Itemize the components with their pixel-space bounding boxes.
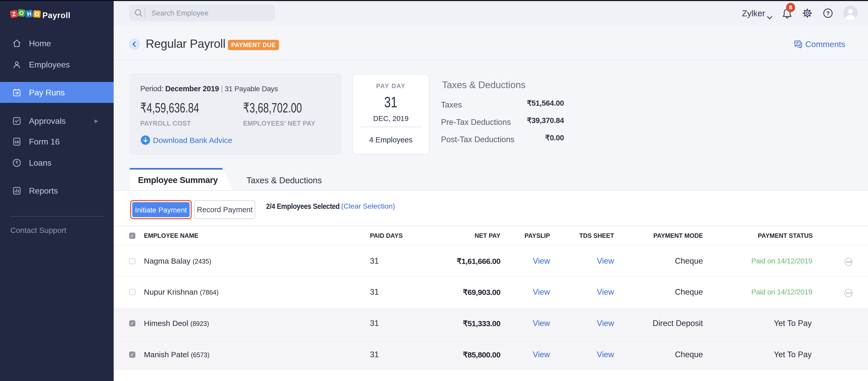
svg-text:?: ? [826, 10, 830, 17]
svg-text:₹: ₹ [15, 160, 18, 166]
svg-text:16: 16 [14, 140, 19, 144]
